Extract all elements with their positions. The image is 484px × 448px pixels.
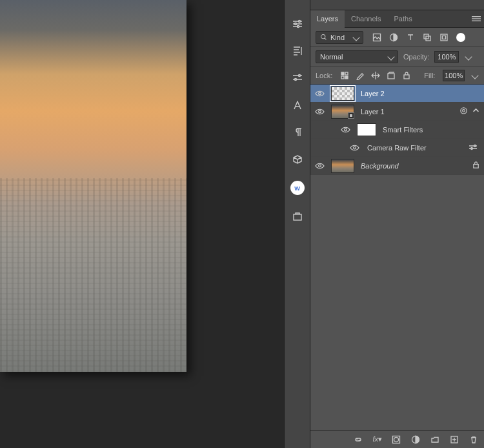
svg-rect-7 [472,18,481,19]
layer-row-smart-filters[interactable]: Smart Filters [310,121,484,139]
svg-rect-18 [341,76,344,79]
delete-layer-icon[interactable] [469,434,479,445]
document-image[interactable] [0,0,187,372]
svg-rect-5 [294,214,301,220]
canvas-area[interactable] [0,0,284,448]
lock-all-icon[interactable] [402,70,411,81]
svg-rect-14 [441,34,447,41]
paragraph-panel-icon[interactable] [292,127,303,138]
link-layers-icon[interactable] [353,434,363,445]
expand-collapse-icon[interactable] [472,107,480,116]
filter-adjustment-icon[interactable] [389,33,398,42]
svg-point-27 [353,147,356,149]
opacity-value[interactable]: 100% [434,51,459,63]
svg-point-22 [318,92,321,95]
filter-smartobject-icon[interactable] [439,33,449,42]
layers-list: Layer 2 Layer 1 [310,85,484,430]
filter-name[interactable]: Camera Raw Filter [367,144,427,152]
svg-point-9 [321,35,325,39]
visibility-toggle[interactable] [314,107,325,117]
layer-name[interactable]: Layer 2 [361,90,385,97]
layer-name[interactable]: Layer 1 [361,108,385,116]
adjustments-panel-icon[interactable] [292,18,303,30]
layer-thumbnail[interactable] [331,105,354,119]
smart-filters-label: Smart Filters [383,126,423,134]
lock-artboard-icon[interactable] [387,70,396,81]
svg-rect-31 [474,165,478,168]
visibility-toggle[interactable] [314,88,325,99]
panel-tabs: Layers Channels Paths [310,10,484,28]
svg-rect-15 [443,36,446,39]
panel-menu-icon[interactable] [471,10,481,28]
filter-blend-options-icon[interactable] [469,143,480,152]
collapsed-panel-strip: w [284,0,310,448]
layers-panel-footer: fx▾ [310,430,484,448]
3d-panel-icon[interactable] [292,154,303,165]
opacity-label[interactable]: Opacity: [403,53,429,61]
libraries-panel-icon[interactable] [292,210,303,222]
layer-row-camera-raw-filter[interactable]: Camera Raw Filter [310,139,484,157]
blend-mode-select[interactable]: Normal [316,50,398,63]
layer-mask-icon[interactable] [391,434,401,445]
lock-transparency-icon[interactable] [340,70,349,81]
svg-rect-20 [388,74,394,79]
smart-filter-visibility-icon[interactable] [459,107,468,116]
tab-paths[interactable]: Paths [388,10,419,28]
svg-point-26 [344,128,347,131]
layer-row-background[interactable]: Background [310,157,484,175]
visibility-toggle[interactable] [340,125,350,135]
visibility-toggle[interactable] [349,143,359,153]
lock-position-icon[interactable] [371,70,380,81]
svg-rect-19 [345,76,348,79]
opacity-dropdown-icon[interactable] [464,51,473,63]
svg-rect-8 [472,21,481,21]
lock-icon[interactable] [472,161,480,170]
layer-row-layer2[interactable]: Layer 2 [310,85,484,103]
svg-rect-21 [404,75,409,79]
creative-cloud-icon[interactable]: w [290,181,305,195]
visibility-toggle[interactable] [314,161,325,171]
svg-rect-16 [341,72,344,75]
tab-channels[interactable]: Channels [345,10,387,28]
adjustment-layer-icon[interactable] [410,434,421,445]
blend-opacity-bar: Normal Opacity: 100% [310,47,484,66]
svg-point-24 [461,108,467,114]
fill-dropdown-icon[interactable] [471,70,479,81]
fill-value[interactable]: 100% [443,70,464,81]
svg-rect-17 [345,72,348,75]
svg-rect-6 [472,16,481,17]
layer-style-icon[interactable]: fx▾ [372,435,382,443]
svg-point-23 [318,110,321,113]
layer-thumbnail[interactable] [331,87,354,101]
tab-layers[interactable]: Layers [310,10,345,28]
smart-object-badge [348,112,354,119]
filter-pixel-icon[interactable] [372,33,381,42]
filter-kind-label: Kind [330,34,345,41]
properties-panel-icon[interactable] [292,72,303,84]
blend-mode-value: Normal [320,53,343,61]
lock-fill-bar: Lock: Fill: 100% [310,66,484,85]
svg-point-30 [318,165,321,167]
layer-thumbnail[interactable] [331,159,354,173]
fill-label[interactable]: Fill: [424,72,435,79]
filter-type-icon[interactable] [406,33,415,42]
filter-kind-select[interactable]: Kind [316,31,363,44]
layer-name[interactable]: Background [361,162,399,170]
filter-toggle-switch[interactable] [456,33,465,42]
character-panel-icon[interactable] [292,99,303,111]
svg-point-33 [394,437,399,442]
lock-label: Lock: [316,72,332,79]
layers-panel: Layers Channels Paths Kind [310,0,484,448]
filter-mask-thumbnail[interactable] [357,123,376,136]
layer-filter-bar: Kind [310,28,484,47]
paragraph-styles-icon[interactable] [292,45,303,57]
group-layers-icon[interactable] [430,434,440,445]
filter-shape-icon[interactable] [423,33,432,42]
svg-point-25 [463,110,465,112]
new-layer-icon[interactable] [449,434,459,445]
layer-row-layer1[interactable]: Layer 1 [310,103,484,121]
lock-pixels-icon[interactable] [356,70,365,81]
w-label: w [294,184,300,192]
